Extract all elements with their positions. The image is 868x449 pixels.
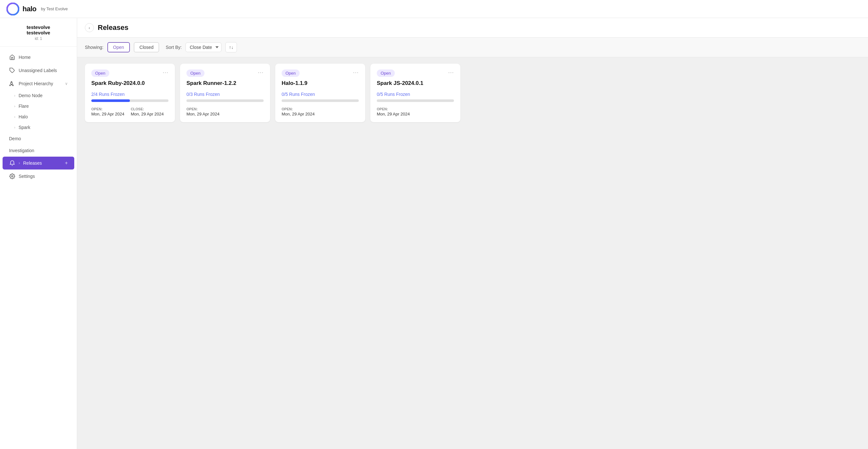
card-title: Spark Runner-1.2.2 — [186, 80, 264, 87]
sidebar-item-spark[interactable]: › Spark — [3, 122, 74, 132]
card-title: Halo-1.1.9 — [282, 80, 359, 87]
sidebar: testevolve testevolve id: 1 Home Unassig… — [0, 18, 77, 449]
sidebar-item-investigation[interactable]: Investigation — [3, 145, 74, 156]
release-card-3[interactable]: Open ··· Spark JS-2024.0.1 0/5 Runs Froz… — [370, 64, 460, 122]
main-layout: testevolve testevolve id: 1 Home Unassig… — [0, 18, 868, 449]
sidebar-item-unassigned-labels[interactable]: Unassigned Labels — [3, 64, 74, 77]
runs-frozen-link[interactable]: 0/3 Runs Frozen — [186, 92, 264, 97]
card-top-row: Open ··· — [91, 69, 168, 77]
sidebar-item-project-hierarchy[interactable]: Project Hierarchy ∨ — [3, 77, 74, 90]
settings-icon — [9, 173, 16, 179]
card-top-row: Open ··· — [377, 69, 454, 77]
card-open-date-group: Open: Mon, 29 Apr 2024 — [186, 107, 220, 116]
sidebar-item-demo-node[interactable]: › Demo Node — [3, 90, 74, 101]
collapse-sidebar-button[interactable]: ‹ — [85, 23, 94, 32]
filter-bar: Showing: Open Closed Sort By: Close Date… — [77, 38, 868, 57]
status-badge: Open — [186, 69, 205, 77]
sidebar-item-home[interactable]: Home — [3, 51, 74, 64]
page-title: Releases — [98, 24, 128, 32]
sidebar-item-halo[interactable]: › Halo — [3, 112, 74, 122]
progress-bar — [377, 99, 454, 102]
hierarchy-chevron-icon: ∨ — [65, 81, 68, 86]
sidebar-item-settings[interactable]: Settings — [3, 170, 74, 183]
sidebar-nav: Home Unassigned Labels Project Hierarchy… — [0, 47, 77, 449]
sidebar-item-releases[interactable]: › Releases + — [3, 157, 74, 170]
sort-select[interactable]: Close Date Open Date Name — [186, 42, 221, 52]
demo-node-chevron-icon: › — [14, 94, 16, 97]
spark-chevron-icon: › — [14, 125, 16, 129]
org-id: id: 1 — [35, 36, 42, 41]
card-open-date-group: Open: Mon, 29 Apr 2024 — [377, 107, 410, 116]
flare-chevron-icon: › — [14, 104, 16, 108]
filter-open-button[interactable]: Open — [107, 42, 130, 53]
card-menu-button[interactable]: ··· — [353, 69, 359, 75]
content-area: ‹ Releases Showing: Open Closed Sort By:… — [77, 18, 868, 449]
home-icon — [9, 54, 16, 60]
progress-bar — [91, 99, 168, 102]
logo-text: halo — [23, 5, 36, 13]
flare-label: Flare — [19, 103, 29, 109]
sidebar-settings-label: Settings — [19, 174, 68, 179]
sidebar-investigation-label: Investigation — [9, 148, 68, 153]
sort-by-label: Sort By: — [165, 45, 182, 50]
halo-chevron-icon: › — [14, 115, 16, 119]
card-title: Spark JS-2024.0.1 — [377, 80, 454, 87]
cards-area: Open ··· Spark Ruby-2024.0.0 2/4 Runs Fr… — [77, 57, 868, 449]
runs-frozen-link[interactable]: 2/4 Runs Frozen — [91, 92, 168, 97]
releases-add-icon[interactable]: + — [65, 160, 68, 166]
hierarchy-icon — [9, 81, 16, 87]
progress-bar-fill — [91, 99, 130, 102]
halo-label: Halo — [19, 114, 28, 119]
svg-point-3 — [11, 81, 12, 82]
card-title: Spark Ruby-2024.0.0 — [91, 80, 168, 87]
top-header: halo by Test Evolve — [0, 0, 868, 18]
release-card-0[interactable]: Open ··· Spark Ruby-2024.0.0 2/4 Runs Fr… — [85, 64, 175, 122]
progress-bar — [282, 99, 359, 102]
card-close-date-group: Close: Mon, 29 Apr 2024 — [131, 107, 164, 116]
release-card-1[interactable]: Open ··· Spark Runner-1.2.2 0/3 Runs Fro… — [180, 64, 270, 122]
status-badge: Open — [282, 69, 300, 77]
sort-order-button[interactable]: ↑↓ — [225, 42, 237, 53]
status-badge: Open — [377, 69, 395, 77]
runs-frozen-link[interactable]: 0/5 Runs Frozen — [377, 92, 454, 97]
label-icon — [9, 67, 16, 74]
card-open-date-group: Open: Mon, 29 Apr 2024 — [282, 107, 315, 116]
card-menu-button[interactable]: ··· — [163, 69, 168, 75]
progress-bar — [186, 99, 264, 102]
card-open-date-group: Open: Mon, 29 Apr 2024 — [91, 107, 124, 116]
card-menu-button[interactable]: ··· — [448, 69, 454, 75]
card-menu-button[interactable]: ··· — [258, 69, 264, 75]
content-header: ‹ Releases — [77, 18, 868, 38]
showing-label: Showing: — [85, 45, 103, 50]
sidebar-item-flare[interactable]: › Flare — [3, 101, 74, 111]
halo-logo-icon — [6, 3, 19, 16]
filter-closed-button[interactable]: Closed — [134, 42, 159, 53]
releases-icon — [9, 160, 16, 166]
org-subname: testevolve — [5, 30, 72, 35]
spark-label: Spark — [19, 125, 31, 130]
sidebar-demo-label: Demo — [9, 136, 68, 141]
card-top-row: Open ··· — [186, 69, 264, 77]
runs-frozen-link[interactable]: 0/5 Runs Frozen — [282, 92, 359, 97]
demo-node-label: Demo Node — [19, 93, 43, 98]
sidebar-org: testevolve testevolve id: 1 — [0, 18, 77, 47]
svg-point-0 — [7, 3, 19, 15]
sidebar-unassigned-labels-label: Unassigned Labels — [19, 68, 68, 73]
card-top-row: Open ··· — [282, 69, 359, 77]
cards-grid: Open ··· Spark Ruby-2024.0.0 2/4 Runs Fr… — [85, 64, 860, 122]
sidebar-item-demo[interactable]: Demo — [3, 133, 74, 144]
logo-area: halo by Test Evolve — [6, 3, 68, 16]
sidebar-home-label: Home — [19, 55, 68, 60]
releases-expand-chevron-icon: › — [19, 161, 20, 165]
sidebar-releases-label: Releases — [23, 160, 62, 166]
org-name: testevolve — [5, 25, 72, 30]
status-badge: Open — [91, 69, 109, 77]
release-card-2[interactable]: Open ··· Halo-1.1.9 0/5 Runs Frozen Open… — [275, 64, 365, 122]
sidebar-project-hierarchy-label: Project Hierarchy — [19, 81, 62, 86]
svg-point-8 — [11, 176, 13, 177]
logo-subtitle: by Test Evolve — [41, 6, 68, 11]
svg-point-4 — [10, 85, 10, 86]
